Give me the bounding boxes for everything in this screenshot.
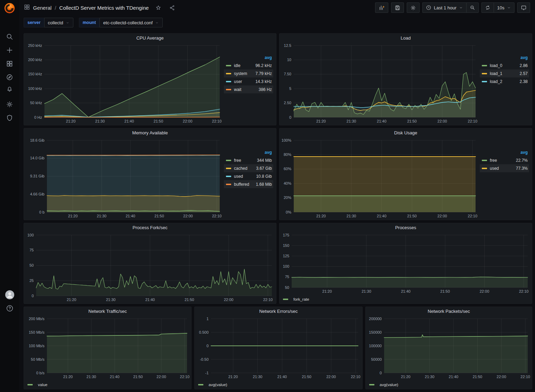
y-axis-tick: 0 Hz <box>34 115 42 119</box>
chart-svg[interactable]: 05000010000015000020000021:2021:3021:402… <box>366 316 532 381</box>
x-axis-tick: 22:10 <box>180 375 190 379</box>
chart-plot-area[interactable]: 0 b/s50 Mb/s100 Mb/s150 Mb/s200 Mb/s21:2… <box>24 316 191 381</box>
dashboard-settings-button[interactable] <box>407 2 420 13</box>
dashboards-icon[interactable] <box>0 57 19 70</box>
add-panel-button[interactable] <box>375 2 388 13</box>
star-button[interactable] <box>154 4 163 12</box>
x-axis-tick: 22:00 <box>156 375 166 379</box>
chart-plot-area[interactable]: 02.5057.501012.521:2021:3021:4021:5022:0… <box>279 43 480 125</box>
x-axis-tick: 21:50 <box>133 375 143 379</box>
user-avatar[interactable] <box>0 289 19 301</box>
variable-select-server[interactable]: collectd <box>44 18 73 27</box>
chart-svg[interactable]: 025507510021:2021:3021:4021:5022:0022:10 <box>24 232 276 303</box>
chart-plot-area[interactable]: -1-0.5000.500121:2021:3021:4021:5022:002… <box>195 316 362 381</box>
legend-series-name: user <box>234 79 253 84</box>
chart-svg[interactable]: 02.5057.501012.521:2021:3021:4021:5022:0… <box>279 43 480 125</box>
chart-plot-area[interactable]: 507510012515017521:2021:3021:4021:5022:0… <box>279 232 532 295</box>
chart-svg[interactable]: 507510012515017521:2021:3021:4021:5022:0… <box>279 232 532 295</box>
legend-item-free[interactable]: free344 Mib <box>224 156 273 164</box>
add-icon[interactable] <box>0 44 19 56</box>
y-axis-tick: 150 Mb/s <box>29 330 45 334</box>
panel-title[interactable]: Load <box>279 34 532 43</box>
legend-item-buffered[interactable]: buffered1.68 Mib <box>224 180 273 188</box>
panel-title[interactable]: Processes <box>279 223 532 232</box>
chart-plot-area[interactable]: 0 Hz50 kHz100 kHz150 kHz200 kHz250 kHz21… <box>24 43 224 125</box>
legend-series-avg: 1.68 Mib <box>256 182 272 187</box>
panel-title[interactable]: CPU Average <box>24 34 276 43</box>
chart-svg[interactable]: -1-0.5000.500121:2021:3021:4021:5022:002… <box>195 316 362 381</box>
legend-item-free[interactable]: free22.7% <box>480 156 529 164</box>
legend-series-name: used <box>234 174 253 179</box>
y-axis-tick: 40% <box>284 181 291 185</box>
y-axis-tick: 100% <box>282 138 291 142</box>
y-axis-tick: 12.5 <box>284 43 291 48</box>
help-icon[interactable] <box>0 302 19 315</box>
explore-compass-icon[interactable] <box>0 71 19 83</box>
legend-item-cached[interactable]: cached3.67 Gib <box>224 164 273 172</box>
x-axis-tick: 21:20 <box>66 119 76 123</box>
chart-plot-area[interactable]: 05000010000015000020000021:2021:3021:402… <box>366 316 532 381</box>
legend-item-used[interactable]: used77.3% <box>480 164 529 172</box>
series-area-free <box>294 196 476 212</box>
legend-item-fork_rate[interactable]: fork_rate <box>283 297 309 301</box>
legend-avg-header[interactable]: avg <box>224 55 273 61</box>
panel-title[interactable]: Network Packets/sec <box>366 307 532 316</box>
grafana-logo-icon[interactable] <box>3 2 16 15</box>
legend-item-used[interactable]: used10.8 Gib <box>224 172 273 180</box>
legend-item-user[interactable]: user14.3 kHz <box>224 77 273 85</box>
save-dashboard-button[interactable] <box>391 2 404 13</box>
legend-item-load_2[interactable]: load_22.38 <box>480 77 529 85</box>
legend-color <box>226 89 231 90</box>
chart-svg[interactable]: 0%20%40%60%80%100%21:2021:3021:4021:5022… <box>279 137 480 220</box>
server-admin-shield-icon[interactable] <box>0 111 19 124</box>
legend-item-avg(value)[interactable]: avg(value) <box>369 383 398 387</box>
panel-title[interactable]: Disk Usage <box>279 128 532 137</box>
variable-value-server: collectd <box>48 20 63 25</box>
legend-item-wait[interactable]: wait386 Hz <box>224 85 273 93</box>
x-axis-tick: 22:00 <box>326 375 336 379</box>
y-axis-tick: 0 <box>289 115 291 119</box>
chart-plot-area[interactable]: 0 b4.66 Gib9.31 Gib14.0 Gib18.6 Gib21:20… <box>24 137 224 220</box>
panel-title[interactable]: Process Fork/sec <box>24 223 276 232</box>
x-axis-tick: 21:50 <box>440 289 450 293</box>
chart-svg[interactable]: 0 Hz50 kHz100 kHz150 kHz200 kHz250 kHz21… <box>24 43 224 125</box>
variable-select-mount[interactable]: etc-collectd-collectd.conf <box>99 18 163 27</box>
legend-avg-header[interactable]: avg <box>480 55 529 61</box>
legend-item-idle[interactable]: idle96.2 kHz <box>224 61 273 69</box>
legend-color <box>198 384 203 385</box>
variable-mount: mount etc-collectd-collectd.conf <box>79 18 163 27</box>
legend-series-avg: 3.67 Gib <box>256 166 272 171</box>
x-axis-tick: 22:10 <box>468 214 478 218</box>
refresh-interval-picker[interactable]: 10s <box>494 2 514 13</box>
panel-title[interactable]: Network Errors/sec <box>195 307 362 316</box>
kiosk-mode-button[interactable] <box>517 2 530 13</box>
legend-item-avg(value)[interactable]: avg(value) <box>198 383 227 387</box>
y-axis-tick: 200 kHz <box>28 58 42 62</box>
legend-series-name: load_2 <box>490 79 517 84</box>
share-button[interactable] <box>168 4 177 12</box>
chart-plot-area[interactable]: 025507510021:2021:3021:4021:5022:0022:10 <box>24 232 276 303</box>
search-icon[interactable] <box>0 30 19 43</box>
y-axis-tick: 50 <box>285 285 289 290</box>
legend-item-system[interactable]: system7.79 kHz <box>224 69 273 77</box>
panel-memory-available: Memory Available 0 b4.66 Gib9.31 Gib14.0… <box>24 128 276 220</box>
chart-svg[interactable]: 0 b/s50 Mb/s100 Mb/s150 Mb/s200 Mb/s21:2… <box>24 316 191 381</box>
panel-title[interactable]: Memory Available <box>24 128 276 137</box>
alerting-bell-icon[interactable] <box>0 83 19 95</box>
legend-avg-header[interactable]: avg <box>224 149 273 156</box>
y-axis-tick: 0 <box>32 294 34 298</box>
panel-title[interactable]: Network Traffic/sec <box>24 307 191 316</box>
legend-item-load_1[interactable]: load_12.57 <box>480 69 529 77</box>
x-axis-tick: 21:30 <box>87 375 96 379</box>
legend-item-value[interactable]: value <box>27 383 48 387</box>
configuration-gear-icon[interactable] <box>0 98 19 110</box>
chart-svg[interactable]: 0 b4.66 Gib9.31 Gib14.0 Gib18.6 Gib21:20… <box>24 137 224 220</box>
chart-plot-area[interactable]: 0%20%40%60%80%100%21:2021:3021:4021:5022… <box>279 137 480 220</box>
time-range-picker[interactable]: Last 1 hour <box>422 2 466 13</box>
refresh-button[interactable] <box>481 2 494 13</box>
legend-item-load_0[interactable]: load_02.86 <box>480 61 529 69</box>
breadcrumb-section[interactable]: General <box>33 5 51 11</box>
legend-avg-header[interactable]: avg <box>480 149 529 156</box>
y-axis-tick: 125 <box>283 254 289 258</box>
zoom-out-button[interactable] <box>466 2 479 13</box>
